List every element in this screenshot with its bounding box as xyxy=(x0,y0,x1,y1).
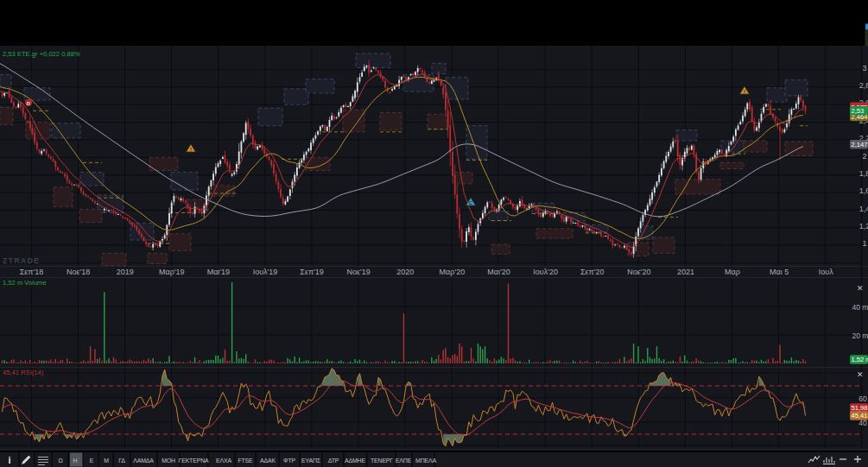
svg-text:2,8: 2,8 xyxy=(859,81,868,90)
svg-text:!: ! xyxy=(190,147,192,152)
svg-text:ΑΔΑΚ: ΑΔΑΚ xyxy=(260,458,276,464)
svg-text:2,53 ETE.gr +0,022 0,88%: 2,53 ETE.gr +0,022 0,88% xyxy=(3,50,80,58)
svg-text:1,4: 1,4 xyxy=(859,205,868,213)
svg-text:Ω: Ω xyxy=(58,458,62,464)
svg-text:R: R xyxy=(27,101,31,106)
svg-text:✕: ✕ xyxy=(857,370,864,379)
svg-text:1,2: 1,2 xyxy=(859,222,868,230)
svg-text:ZTRADE: ZTRADE xyxy=(3,256,40,265)
svg-text:ΜΟΗ: ΜΟΗ xyxy=(162,458,175,464)
svg-text:1,6: 1,6 xyxy=(859,186,868,195)
svg-text:Μαι'20: Μαι'20 xyxy=(487,268,510,276)
svg-text:ΕΥΑΠΣ: ΕΥΑΠΣ xyxy=(301,458,321,464)
svg-text:i: i xyxy=(8,455,10,465)
svg-text:Μ: Μ xyxy=(104,458,109,464)
svg-text:Νοε'19: Νοε'19 xyxy=(347,268,371,276)
svg-text:1: 1 xyxy=(862,239,866,248)
svg-text:51,98: 51,98 xyxy=(852,404,868,412)
svg-text:45,41 RSI(14): 45,41 RSI(14) xyxy=(3,369,44,376)
svg-text:Ιουλ'19: Ιουλ'19 xyxy=(253,268,278,276)
svg-text:ΓΕΚΤΕΡΝΑ: ΓΕΚΤΕΡΝΑ xyxy=(179,458,209,464)
svg-text:ΦΤΡ: ΦΤΡ xyxy=(283,458,295,464)
svg-text:FTSE: FTSE xyxy=(238,458,253,464)
svg-text:Ε: Ε xyxy=(90,458,94,464)
svg-text:Μαι 5: Μαι 5 xyxy=(770,268,789,276)
svg-text:2020: 2020 xyxy=(396,268,414,276)
svg-text:Ιουλ'20: Ιουλ'20 xyxy=(533,268,558,276)
svg-text:ΕΛΠΕ: ΕΛΠΕ xyxy=(396,458,412,464)
svg-text:Μαρ'20: Μαρ'20 xyxy=(440,268,466,276)
svg-text:1,8: 1,8 xyxy=(859,169,868,178)
svg-text:Μαρ'19: Μαρ'19 xyxy=(159,268,185,276)
svg-text:ΕΛΧΑ: ΕΛΧΑ xyxy=(216,458,231,464)
svg-text:Σεπ'18: Σεπ'18 xyxy=(20,268,44,276)
svg-text:20 m: 20 m xyxy=(852,331,868,340)
svg-text:2: 2 xyxy=(862,152,866,161)
svg-text:Ιουλ: Ιουλ xyxy=(819,268,833,276)
svg-text:Η: Η xyxy=(73,458,78,464)
svg-text:!: ! xyxy=(744,89,745,94)
svg-text:ΑΔΜΗΕ: ΑΔΜΗΕ xyxy=(345,458,365,464)
svg-text:Σεπ'20: Σεπ'20 xyxy=(580,268,605,276)
svg-text:Νοε'20: Νοε'20 xyxy=(627,268,650,276)
svg-text:Νοε'18: Νοε'18 xyxy=(67,268,90,276)
svg-text:2021: 2021 xyxy=(677,268,694,276)
svg-text:3: 3 xyxy=(862,64,866,73)
svg-text:2,53: 2,53 xyxy=(852,107,865,115)
svg-text:ΛΑΜΔΑ: ΛΑΜΔΑ xyxy=(133,458,154,464)
svg-text:C: C xyxy=(469,200,473,205)
svg-text:ΓΔ: ΓΔ xyxy=(118,458,125,464)
svg-text:ΤΕΝΕΡΓ: ΤΕΝΕΡΓ xyxy=(371,458,393,464)
svg-text:Σεπ'19: Σεπ'19 xyxy=(300,268,324,276)
svg-text:60: 60 xyxy=(858,394,867,403)
svg-text:1,52 m Volume: 1,52 m Volume xyxy=(3,279,47,287)
svg-text:2019: 2019 xyxy=(117,268,134,276)
svg-text:40 m: 40 m xyxy=(852,303,868,312)
svg-text:45,41: 45,41 xyxy=(852,412,868,420)
svg-text:Μαι'19: Μαι'19 xyxy=(207,268,230,276)
svg-text:2,1471: 2,1471 xyxy=(852,141,868,148)
svg-text:ΜΠΕΛΑ: ΜΠΕΛΑ xyxy=(415,458,436,464)
svg-text:1,52 m: 1,52 m xyxy=(852,356,868,363)
svg-text:ΔΤΡ: ΔΤΡ xyxy=(328,458,339,464)
svg-text:Μαρ: Μαρ xyxy=(725,268,740,276)
svg-text:✕: ✕ xyxy=(857,284,864,293)
